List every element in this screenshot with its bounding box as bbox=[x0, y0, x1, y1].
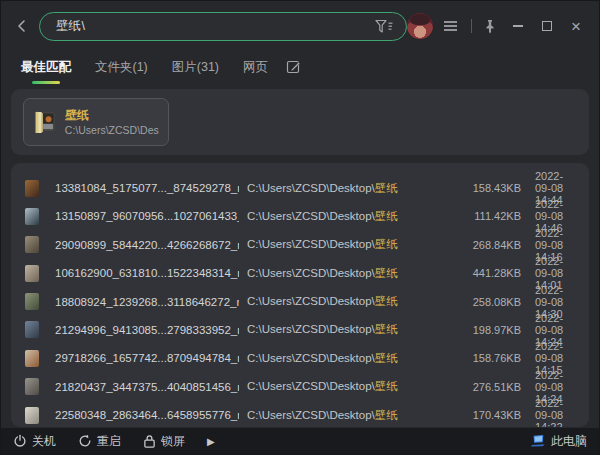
file-thumbnail bbox=[25, 236, 39, 253]
file-path-highlight: 壁纸 bbox=[375, 409, 398, 421]
file-name: 21820437_3447375...4040851456_n.jpg bbox=[55, 381, 239, 393]
restart-button[interactable]: 重启 bbox=[78, 433, 121, 450]
file-path-prefix: C:\Users\ZCSD\Desktop\ bbox=[247, 380, 375, 392]
filter-icon[interactable] bbox=[375, 19, 394, 34]
maximize-icon bbox=[542, 21, 552, 31]
best-match-path: C:\Users\ZCSD\Des... bbox=[65, 123, 159, 137]
file-date: 2022-09-08 14:22 bbox=[529, 397, 579, 427]
tab-2[interactable]: 图片(31) bbox=[172, 59, 219, 84]
file-name: 29090899_5844220...4266268672_n.jpg bbox=[55, 239, 239, 251]
file-size: 268.84KB bbox=[447, 239, 521, 251]
back-icon bbox=[14, 18, 30, 34]
search-input[interactable]: 壁纸\ bbox=[39, 12, 407, 41]
tabs: 最佳匹配 文件夹(1) 图片(31) 网页 bbox=[1, 51, 599, 83]
app-window: 壁纸\ × 最佳匹配 文件夹(1) 图片(31) 网页 bbox=[0, 0, 600, 455]
menu-button[interactable] bbox=[440, 14, 462, 38]
file-thumbnail bbox=[25, 265, 39, 282]
file-row[interactable]: 13381084_5175077..._874529278_n.jpg C:\U… bbox=[11, 170, 589, 198]
file-size: 198.97KB bbox=[447, 324, 521, 336]
file-path-highlight: 壁纸 bbox=[375, 267, 398, 279]
file-name: 22580348_2863464...6458955776_n.jpg bbox=[55, 409, 239, 421]
file-date: 2022-09-08 14:17 bbox=[529, 426, 579, 427]
file-name: 21294996_9413085...2798333952_n.jpg bbox=[55, 324, 239, 336]
file-path-highlight: 壁纸 bbox=[375, 238, 398, 250]
file-name: 13150897_96070956...1027061433_n.jpg bbox=[55, 210, 239, 222]
lock-icon bbox=[143, 434, 156, 448]
file-size: 158.43KB bbox=[447, 182, 521, 194]
file-name: 13381084_5175077..._874529278_n.jpg bbox=[55, 182, 239, 194]
file-path-prefix: C:\Users\ZCSD\Desktop\ bbox=[247, 238, 375, 250]
maximize-button[interactable] bbox=[536, 14, 558, 38]
file-thumbnail bbox=[25, 407, 39, 424]
file-path: C:\Users\ZCSD\Desktop\壁纸 bbox=[247, 408, 439, 423]
back-button[interactable] bbox=[11, 14, 33, 38]
best-match-title: 壁纸 bbox=[65, 108, 159, 123]
best-match-texts: 壁纸 C:\Users\ZCSD\Des... bbox=[65, 108, 159, 137]
hamburger-icon bbox=[443, 20, 458, 32]
file-size: 158.76KB bbox=[447, 352, 521, 364]
file-row[interactable]: 29090899_5844220...4266268672_n.jpg C:\U… bbox=[11, 227, 589, 255]
file-name: 106162900_631810...1522348314_n.jpg bbox=[55, 267, 239, 279]
file-path-prefix: C:\Users\ZCSD\Desktop\ bbox=[247, 182, 375, 194]
titlebar: 壁纸\ × bbox=[1, 1, 599, 51]
file-thumbnail bbox=[25, 208, 39, 225]
edit-icon[interactable] bbox=[286, 59, 301, 74]
best-match-card[interactable]: 壁纸 C:\Users\ZCSD\Des... bbox=[23, 98, 169, 146]
shutdown-label: 关机 bbox=[32, 433, 56, 450]
best-match-panel: 壁纸 C:\Users\ZCSD\Des... bbox=[11, 89, 589, 155]
file-size: 441.28KB bbox=[447, 267, 521, 279]
pin-button[interactable] bbox=[479, 14, 501, 38]
file-path: C:\Users\ZCSD\Desktop\壁纸 bbox=[247, 351, 439, 366]
file-path: C:\Users\ZCSD\Desktop\壁纸 bbox=[247, 322, 439, 337]
file-size: 111.42KB bbox=[447, 210, 521, 222]
restart-icon bbox=[78, 434, 92, 448]
shutdown-button[interactable]: 关机 bbox=[13, 433, 56, 450]
file-path: C:\Users\ZCSD\Desktop\壁纸 bbox=[247, 294, 439, 309]
file-row[interactable]: 21820437_3447375...4040851456_n.jpg C:\U… bbox=[11, 369, 589, 397]
power-icon bbox=[13, 434, 27, 448]
file-thumbnail bbox=[25, 321, 39, 338]
tab-0[interactable]: 最佳匹配 bbox=[21, 59, 71, 84]
file-path: C:\Users\ZCSD\Desktop\壁纸 bbox=[247, 379, 439, 394]
file-path-highlight: 壁纸 bbox=[375, 380, 398, 392]
lock-label: 锁屏 bbox=[161, 433, 185, 450]
folder-icon bbox=[33, 108, 57, 136]
file-path-prefix: C:\Users\ZCSD\Desktop\ bbox=[247, 323, 375, 335]
file-row[interactable]: 29157402_9242706...4569212490_n.jpg C:\U… bbox=[11, 426, 589, 427]
file-path: C:\Users\ZCSD\Desktop\壁纸 bbox=[247, 209, 439, 224]
file-name: 29718266_1657742...8709494784_n.jpg bbox=[55, 352, 239, 364]
this-pc-button[interactable]: 此电脑 bbox=[530, 433, 587, 450]
file-list-panel: 13381084_5175077..._874529278_n.jpg C:\U… bbox=[11, 163, 589, 427]
file-path: C:\Users\ZCSD\Desktop\壁纸 bbox=[247, 237, 439, 252]
file-thumbnail bbox=[25, 293, 39, 310]
minimize-button[interactable] bbox=[508, 14, 530, 38]
lock-screen-button[interactable]: 锁屏 bbox=[143, 433, 185, 450]
computer-icon bbox=[530, 434, 546, 448]
file-row[interactable]: 22580348_2863464...6458955776_n.jpg C:\U… bbox=[11, 397, 589, 425]
tab-1[interactable]: 文件夹(1) bbox=[95, 59, 148, 84]
search-value: 壁纸\ bbox=[56, 18, 375, 35]
tab-label: 网页 bbox=[243, 60, 268, 74]
file-row[interactable]: 29718266_1657742...8709494784_n.jpg C:\U… bbox=[11, 340, 589, 368]
file-row[interactable]: 106162900_631810...1522348314_n.jpg C:\U… bbox=[11, 255, 589, 283]
file-path-highlight: 壁纸 bbox=[375, 323, 398, 335]
titlebar-separator bbox=[471, 19, 472, 33]
tab-3[interactable]: 网页 bbox=[243, 59, 268, 84]
pin-icon bbox=[483, 19, 497, 34]
expand-actions-button[interactable]: ▶ bbox=[207, 436, 215, 447]
file-row[interactable]: 13150897_96070956...1027061433_n.jpg C:\… bbox=[11, 198, 589, 226]
user-avatar[interactable] bbox=[407, 13, 433, 39]
file-path-prefix: C:\Users\ZCSD\Desktop\ bbox=[247, 352, 375, 364]
tab-label: 文件夹(1) bbox=[95, 60, 148, 74]
restart-label: 重启 bbox=[97, 433, 121, 450]
file-thumbnail bbox=[25, 378, 39, 395]
file-size: 258.08KB bbox=[447, 296, 521, 308]
file-row[interactable]: 21294996_9413085...2798333952_n.jpg C:\U… bbox=[11, 312, 589, 340]
file-thumbnail bbox=[25, 350, 39, 367]
close-icon: × bbox=[571, 18, 581, 35]
file-size: 276.51KB bbox=[447, 381, 521, 393]
file-path-prefix: C:\Users\ZCSD\Desktop\ bbox=[247, 267, 375, 279]
file-row[interactable]: 18808924_1239268...3118646272_n.jpg C:\U… bbox=[11, 284, 589, 312]
close-button[interactable]: × bbox=[565, 14, 587, 38]
file-thumbnail bbox=[25, 180, 39, 197]
